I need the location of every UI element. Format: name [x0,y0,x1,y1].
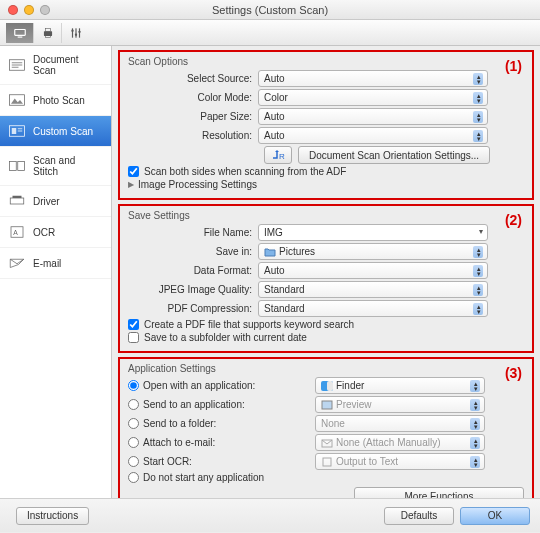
svg-rect-3 [45,28,50,31]
pdf-compression-label: PDF Compression: [128,303,258,314]
data-format-label: Data Format: [128,265,258,276]
annotation-1: (1) [505,58,522,74]
data-format-dropdown[interactable]: Auto▴▾ [258,262,488,279]
ocr-icon: A [8,225,26,239]
resolution-dropdown[interactable]: Auto▴▾ [258,127,488,144]
svg-rect-24 [13,196,22,198]
svg-text:R: R [279,152,285,160]
scan-options-section: (1) Scan Options Select Source: Auto▴▾ C… [118,50,534,200]
send-to-app-label: Send to an application: [139,399,315,410]
attach-email-radio[interactable] [128,437,139,448]
close-icon[interactable] [8,5,18,15]
file-name-field[interactable]: IMG [258,224,488,241]
mail-icon [321,438,333,448]
svg-point-10 [78,30,80,32]
do-not-start-radio[interactable] [128,472,139,483]
sidebar-item-driver[interactable]: Driver [0,186,111,217]
orientation-settings-button[interactable]: Document Scan Orientation Settings... [298,146,490,164]
sidebar-item-photo-scan[interactable]: Photo Scan [0,85,111,116]
send-to-folder-label: Send to a folder: [139,418,315,429]
email-icon [8,256,26,270]
svg-rect-0 [14,29,25,35]
pdf-compression-dropdown[interactable]: Standard▴▾ [258,300,488,317]
document-icon [8,58,26,72]
window-controls[interactable] [8,5,50,15]
select-source-dropdown[interactable]: Auto▴▾ [258,70,488,87]
scan-both-sides-checkbox[interactable] [128,166,139,177]
custom-icon [8,124,26,138]
attach-email-dropdown[interactable]: None (Attach Manually)▴▾ [315,434,485,451]
svg-rect-32 [323,458,331,466]
send-to-folder-dropdown[interactable]: None▴▾ [315,415,485,432]
sidebar-item-label: OCR [33,227,55,238]
general-settings-tab[interactable] [62,23,90,43]
svg-rect-2 [43,31,51,36]
sidebar-item-label: Custom Scan [33,126,93,137]
svg-rect-21 [10,162,17,171]
text-icon [321,457,333,467]
window-title: Settings (Custom Scan) [0,0,540,20]
save-subfolder-checkbox[interactable] [128,332,139,343]
scan-from-computer-tab[interactable] [6,23,34,43]
svg-rect-23 [10,198,24,204]
open-with-radio[interactable] [128,380,139,391]
sidebar-item-label: Document Scan [33,54,103,76]
sidebar: Document Scan Photo Scan Custom Scan Sca… [0,46,112,498]
annotation-3: (3) [505,365,522,381]
svg-rect-6 [75,28,76,37]
sidebar-item-document-scan[interactable]: Document Scan [0,46,111,85]
svg-text:A: A [13,229,18,236]
annotation-2: (2) [505,212,522,228]
save-subfolder-label: Save to a subfolder with current date [144,332,307,343]
open-with-dropdown[interactable]: Finder▴▾ [315,377,485,394]
send-to-app-dropdown[interactable]: Preview▴▾ [315,396,485,413]
toolbar [0,20,540,46]
sidebar-item-label: E-mail [33,258,61,269]
footer: Instructions Defaults OK [0,498,540,532]
minimize-icon[interactable] [24,5,34,15]
svg-point-8 [71,29,73,31]
file-name-label: File Name: [128,227,258,238]
zoom-icon [40,5,50,15]
send-to-folder-radio[interactable] [128,418,139,429]
create-pdf-checkbox[interactable] [128,319,139,330]
jpeg-quality-dropdown[interactable]: Standard▴▾ [258,281,488,298]
save-in-dropdown[interactable]: Pictures▴▾ [258,243,488,260]
finder-icon [321,381,333,391]
svg-point-9 [75,33,77,35]
svg-rect-1 [17,36,22,37]
application-settings-section: (3) Application Settings Open with an ap… [118,357,534,498]
sidebar-item-label: Driver [33,196,60,207]
sidebar-item-custom-scan[interactable]: Custom Scan [0,116,111,147]
paper-size-dropdown[interactable]: Auto▴▾ [258,108,488,125]
sidebar-item-email[interactable]: E-mail [0,248,111,279]
defaults-button[interactable]: Defaults [384,507,454,525]
color-mode-label: Color Mode: [128,92,258,103]
sidebar-item-label: Photo Scan [33,95,85,106]
content-area: (1) Scan Options Select Source: Auto▴▾ C… [112,46,540,498]
photo-icon [8,93,26,107]
orientation-icon-button[interactable]: R [264,146,292,164]
sidebar-item-scan-stitch[interactable]: Scan and Stitch [0,147,111,186]
do-not-start-label: Do not start any application [139,472,270,483]
stitch-icon [8,159,26,173]
ok-button[interactable]: OK [460,507,530,525]
more-functions-button[interactable]: More Functions [354,487,524,498]
send-to-app-radio[interactable] [128,399,139,410]
scan-options-title: Scan Options [128,56,524,67]
color-mode-dropdown[interactable]: Color▴▾ [258,89,488,106]
instructions-button[interactable]: Instructions [16,507,89,525]
create-pdf-label: Create a PDF file that supports keyword … [144,319,354,330]
start-ocr-radio[interactable] [128,456,139,467]
sidebar-item-ocr[interactable]: A OCR [0,217,111,248]
scan-both-sides-label: Scan both sides when scanning from the A… [144,166,346,177]
scan-from-printer-tab[interactable] [34,23,62,43]
jpeg-quality-label: JPEG Image Quality: [128,284,258,295]
preview-icon [321,400,333,410]
folder-icon [264,247,276,257]
sidebar-item-label: Scan and Stitch [33,155,103,177]
image-processing-disclosure[interactable]: ▶Image Processing Settings [128,179,524,190]
driver-icon [8,194,26,208]
svg-marker-16 [11,99,23,104]
start-ocr-dropdown[interactable]: Output to Text▴▾ [315,453,485,470]
